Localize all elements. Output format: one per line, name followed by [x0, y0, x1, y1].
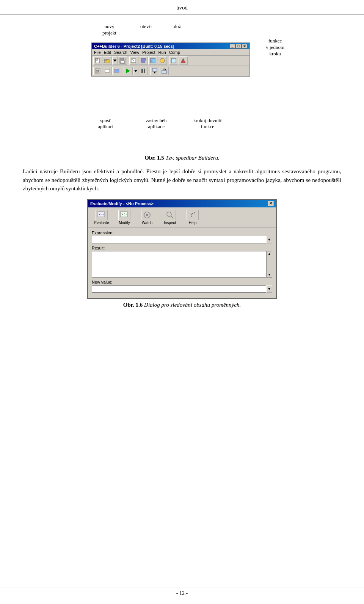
new-value-input-row: ▼ — [92, 285, 272, 293]
pause-btn[interactable] — [139, 67, 148, 75]
svg-rect-3 — [105, 59, 107, 60]
modify-label: Modify — [119, 221, 130, 225]
tb-btn-7[interactable] — [158, 56, 167, 65]
open-dropdown-btn[interactable] — [112, 56, 118, 65]
svg-text:!: ! — [194, 212, 195, 215]
expression-row: Expression: ▼ — [92, 231, 272, 243]
label-spust: spusťaplikaci — [98, 118, 113, 130]
scroll-down-arrow[interactable]: ▼ — [268, 273, 271, 276]
new-value-input[interactable] — [92, 285, 266, 293]
figure-speedbar: novýprojekt otevři ulož funkcev jednomkr… — [72, 24, 292, 152]
new-value-dropdown[interactable]: ▼ — [266, 285, 272, 293]
new-project-btn[interactable] — [93, 56, 102, 65]
svg-text:◫: ◫ — [96, 69, 99, 73]
label-zastav: zastav běhaplikace — [146, 118, 167, 130]
inspect-btn[interactable]: Inspect — [158, 209, 181, 226]
page-header: úvod — [0, 0, 364, 14]
dialog-titlebar: Evaluate/Modify - <No Process> ✕ — [88, 200, 276, 207]
expression-dropdown[interactable]: ▼ — [266, 236, 272, 243]
svg-marker-21 — [134, 70, 138, 72]
expression-input[interactable] — [92, 236, 266, 243]
svg-rect-26 — [162, 71, 166, 74]
tb-btn-8[interactable] — [169, 56, 178, 65]
label-uloz: ulož — [173, 24, 181, 30]
svg-marker-25 — [154, 72, 156, 74]
new-value-label: New value: — [92, 280, 272, 284]
svg-line-37 — [171, 216, 173, 218]
svg-rect-24 — [152, 68, 157, 71]
evaluate-modify-dialog: Evaluate/Modify - <No Process> ✕ x=? Eva… — [87, 199, 277, 299]
tb-btn-5[interactable] — [139, 56, 148, 65]
save-btn[interactable] — [118, 56, 127, 65]
tb-btn-4[interactable] — [129, 56, 138, 65]
svg-rect-18 — [105, 69, 110, 72]
svg-rect-6 — [121, 58, 124, 60]
tb2-btn-1[interactable]: ◫ — [93, 67, 102, 75]
new-value-row: New value: ▼ — [92, 280, 272, 293]
label-novy: novýprojekt — [102, 24, 116, 36]
svg-point-13 — [160, 58, 165, 63]
run-dropdown-btn[interactable] — [133, 67, 138, 75]
step-into-btn[interactable] — [150, 67, 159, 75]
toolbar-titlebar: C++Builder 6 - Project2 [Built: 0,15 sec… — [92, 43, 249, 49]
watch-btn[interactable]: Watch — [136, 209, 158, 226]
tb2-btn-3[interactable] — [112, 67, 121, 75]
menu-view[interactable]: View — [130, 50, 140, 55]
menu-search[interactable]: Search — [113, 50, 128, 55]
menu-project[interactable]: Project — [141, 50, 156, 55]
run-btn[interactable] — [124, 67, 133, 75]
watch-label: Watch — [142, 221, 152, 225]
label-funkce: funkcev jednomkroku — [266, 38, 284, 57]
svg-marker-27 — [165, 69, 166, 71]
watch-icon — [141, 210, 153, 220]
result-scrollbar: ▲ ▼ — [266, 251, 272, 278]
evaluate-btn[interactable]: x=? Evaluate — [90, 209, 113, 226]
menu-file[interactable]: File — [93, 50, 102, 55]
dialog-close-btn[interactable]: ✕ — [268, 201, 274, 206]
result-textarea[interactable] — [92, 251, 266, 278]
inspect-label: Inspect — [164, 221, 176, 225]
figure2-caption: Obr. 1.6 Dialog pro sledování obsahu pro… — [23, 302, 341, 308]
help-icon: ? ! — [187, 210, 199, 220]
svg-text:x:=: x:= — [121, 212, 128, 216]
svg-rect-22 — [141, 69, 143, 73]
dialog-body: Expression: ▼ Result: ▲ ▼ — [88, 227, 276, 298]
expression-label: Expression: — [92, 231, 272, 235]
label-otevri: otevři — [140, 24, 152, 30]
step-over-btn[interactable] — [160, 67, 169, 75]
svg-marker-15 — [181, 58, 185, 63]
modify-icon: x:= — [118, 210, 130, 220]
open-btn[interactable] — [103, 56, 112, 65]
svg-marker-20 — [126, 69, 130, 73]
svg-text:x=?: x=? — [99, 212, 105, 216]
figure-dialog: Evaluate/Modify - <No Process> ✕ x=? Eva… — [87, 199, 277, 299]
svg-point-33 — [146, 214, 148, 216]
inspect-icon — [164, 210, 176, 220]
svg-rect-1 — [96, 58, 97, 60]
tb2-btn-2[interactable] — [103, 67, 112, 75]
result-row: Result: ▲ ▼ — [92, 246, 272, 278]
svg-rect-23 — [144, 69, 145, 73]
menu-edit[interactable]: Edit — [103, 50, 112, 55]
tb-btn-6[interactable]: ≡ — [148, 56, 157, 65]
expression-input-row: ▼ — [92, 236, 272, 243]
body-text-1: Ladicí nástroje Builderu jsou efektivní … — [23, 167, 341, 193]
svg-point-36 — [167, 212, 171, 216]
page-footer: - 12 - — [0, 587, 364, 596]
toolbar-window: C++Builder 6 - Project2 [Built: 0,15 sec… — [91, 42, 250, 77]
evaluate-icon: x=? — [96, 210, 108, 220]
evaluate-label: Evaluate — [94, 221, 109, 225]
minimize-btn[interactable]: _ — [230, 44, 235, 49]
window-controls: _ □ ✕ — [230, 44, 247, 49]
close-btn[interactable]: ✕ — [242, 44, 247, 49]
menu-comp[interactable]: Comp — [168, 50, 181, 55]
maximize-btn[interactable]: □ — [236, 44, 241, 49]
svg-rect-14 — [171, 58, 176, 63]
menu-run[interactable]: Run — [157, 50, 166, 55]
result-textarea-container: ▲ ▼ — [92, 251, 272, 278]
tb-btn-9[interactable] — [179, 56, 188, 65]
modify-btn[interactable]: x:= Modify — [113, 209, 136, 226]
help-btn[interactable]: ? ! Help — [181, 209, 204, 226]
svg-text:?: ? — [190, 212, 193, 218]
scroll-up-arrow[interactable]: ▲ — [268, 252, 271, 256]
